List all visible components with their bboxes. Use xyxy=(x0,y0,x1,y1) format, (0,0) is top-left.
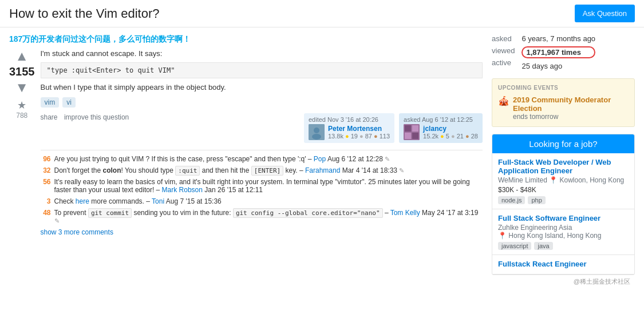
editor-silver-count: 87 xyxy=(365,133,372,140)
comment-2-body: Don't forget the colon! You should type … xyxy=(54,166,483,174)
job-1-tag-1[interactable]: node.js xyxy=(498,196,525,204)
comment-5-edit-icon[interactable]: ✎ xyxy=(54,217,60,224)
tag-vi[interactable]: vi xyxy=(62,97,76,108)
editor-gold-badge xyxy=(345,133,351,140)
asker-avatar xyxy=(404,124,420,140)
editor-username[interactable]: Peter Mortensen xyxy=(328,125,382,133)
job-1-company-name: WeMine Limited xyxy=(498,176,547,184)
stats-section: asked viewed active 6 years, 7 months ag… xyxy=(492,34,635,70)
favorite-star-icon[interactable]: ★ xyxy=(17,99,26,112)
question-text2: But when I type that it simply appears i… xyxy=(41,83,483,92)
comment-1-body: Are you just trying to quit VIM ? If thi… xyxy=(54,155,483,163)
comment-5-author[interactable]: Tom Kelly xyxy=(390,209,420,217)
viewed-value: 1,871,967 times xyxy=(521,46,595,58)
asker-bronze-badge xyxy=(465,133,471,140)
job-section: Looking for a job? Full-Stack Web Develo… xyxy=(492,134,635,275)
editor-card: edited Nov 3 '16 at 20:26 Peter Mortense… xyxy=(304,113,394,143)
editor-user-card: Peter Mortensen 13.8k 19 87 113 xyxy=(309,124,390,140)
asker-silver-badge xyxy=(451,133,457,140)
job-1-title[interactable]: Full-Stack Web Developer / Web Applicati… xyxy=(498,158,629,175)
job-item-1: Full-Stack Web Developer / Web Applicati… xyxy=(492,153,634,209)
editor-gold-count: 19 xyxy=(351,133,358,140)
vote-column: ▲ 3155 ▼ ★ 788 xyxy=(9,49,35,236)
job-2-company: Zuhlke Engineering Asia xyxy=(498,224,629,232)
asker-bronze-count: 28 xyxy=(471,133,478,140)
editor-rep: 13.8k xyxy=(328,133,343,140)
comment-2-edit-icon[interactable]: ✎ xyxy=(399,167,404,174)
improve-link[interactable]: improve this question xyxy=(64,113,129,121)
job-1-tags: node.js php xyxy=(498,196,629,204)
job-2-title[interactable]: Full Stack Software Engineer xyxy=(498,214,629,222)
top-bar: How to exit the Vim editor? Ask Question xyxy=(0,0,644,27)
watermark: @稀土掘金技术社区 xyxy=(492,275,635,288)
question-text1: I'm stuck and cannot escape. It says: xyxy=(41,49,483,58)
page-title: How to exit the Vim editor? xyxy=(9,6,160,21)
event-title[interactable]: 2019 Community Moderator Election xyxy=(513,96,629,113)
job-2-tag-1[interactable]: javascript xyxy=(498,242,531,250)
event-ends: ends tomorrow xyxy=(513,113,629,121)
svg-rect-4 xyxy=(405,125,411,132)
asker-username[interactable]: jclancy xyxy=(423,125,447,133)
comment-1-edit-icon[interactable]: ✎ xyxy=(385,156,390,162)
comment-4-link[interactable]: here xyxy=(76,197,89,205)
tag-vim[interactable]: vim xyxy=(41,97,60,108)
job-item-3: Fullstack React Engineer xyxy=(492,255,634,275)
comment-4: 3 Check here more commands. – Toni Aug 7… xyxy=(41,197,483,205)
comment-2-num: 32 xyxy=(41,166,51,174)
svg-rect-6 xyxy=(405,133,411,139)
show-more-comments-link[interactable]: show 3 more comments xyxy=(41,228,483,236)
comment-3-author[interactable]: Mark Robson xyxy=(162,186,203,194)
asker-user-card: jclancy 15.2k 5 21 28 xyxy=(404,124,478,140)
stats-labels: asked viewed active xyxy=(492,34,515,70)
comment-3-body: It's really easy to learn the basics of … xyxy=(54,178,483,194)
viewed-label: viewed xyxy=(492,46,515,55)
favorite-count: 788 xyxy=(16,112,27,120)
job-1-salary: $30K - $48K xyxy=(498,186,629,194)
job-1-tag-2[interactable]: php xyxy=(528,196,545,204)
job-2-tags: javascript java xyxy=(498,242,629,250)
svg-rect-5 xyxy=(412,125,418,132)
vote-up-button[interactable]: ▲ xyxy=(15,49,29,63)
vote-and-content: ▲ 3155 ▼ ★ 788 I'm stuck and cannot esca… xyxy=(9,49,483,236)
vote-count: 3155 xyxy=(9,65,35,78)
comment-2-author[interactable]: Farahmand xyxy=(305,166,340,174)
asked-value: 6 years, 7 months ago xyxy=(521,34,595,43)
editor-info: Peter Mortensen 13.8k 19 87 113 xyxy=(328,125,390,140)
job-2-location-pin: 📍 xyxy=(498,232,507,240)
editor-avatar xyxy=(309,124,325,140)
job-3-title[interactable]: Fullstack React Engineer xyxy=(498,260,629,268)
question-meta: share improve this question edited Nov 3… xyxy=(41,113,483,143)
job-2-location: 📍 Hong Kong Island, Hong Kong xyxy=(498,232,629,240)
question-body: I'm stuck and cannot escape. It says: "t… xyxy=(41,49,483,236)
editor-silver-badge xyxy=(359,133,365,140)
comment-2: 32 Don't forget the colon! You should ty… xyxy=(41,166,483,174)
editor-bronze-badge xyxy=(374,133,380,140)
active-value: 25 days ago xyxy=(521,62,595,70)
active-label: active xyxy=(492,58,515,67)
stats-values: 6 years, 7 months ago 1,871,967 times 25… xyxy=(521,34,595,70)
code-block: "type :quit<Enter> to quit VIM" xyxy=(41,62,483,78)
meta-actions: share improve this question xyxy=(41,113,134,121)
upcoming-events-box: UPCOMING EVENTS 🎪 2019 Community Moderat… xyxy=(492,78,635,127)
event-item: 🎪 2019 Community Moderator Election ends… xyxy=(498,96,629,121)
vote-down-button[interactable]: ▼ xyxy=(15,81,29,94)
comments-section: 96 Are you just trying to quit VIM ? If … xyxy=(41,150,483,236)
job-2-tag-2[interactable]: java xyxy=(534,242,552,250)
svg-rect-7 xyxy=(412,133,418,139)
comment-3: 56 It's really easy to learn the basics … xyxy=(41,178,483,194)
comment-1: 96 Are you just trying to quit VIM ? If … xyxy=(41,155,483,163)
tag-list: vim vi xyxy=(41,97,483,108)
event-icon: 🎪 xyxy=(498,96,509,106)
svg-point-2 xyxy=(312,134,321,140)
comment-4-num: 3 xyxy=(41,197,51,205)
chinese-text: 187万的开发者问过这个问题，多么可怕的数字啊！ xyxy=(9,34,191,43)
job-1-company: WeMine Limited 📍 Kowloon, Hong Kong xyxy=(498,176,629,184)
comment-1-author[interactable]: Pop xyxy=(314,155,326,163)
asked-label: asked Aug 6 '12 at 12:25 xyxy=(404,116,478,123)
comment-3-num: 56 xyxy=(41,178,51,186)
question-area: 187万的开发者问过这个问题，多么可怕的数字啊！ ▲ 3155 ▼ ★ 788 … xyxy=(9,34,483,288)
ask-question-button[interactable]: Ask Question xyxy=(575,5,635,22)
comment-4-author[interactable]: Toni xyxy=(152,197,164,205)
share-link[interactable]: share xyxy=(41,113,58,121)
edited-label: edited Nov 3 '16 at 20:26 xyxy=(309,116,390,123)
